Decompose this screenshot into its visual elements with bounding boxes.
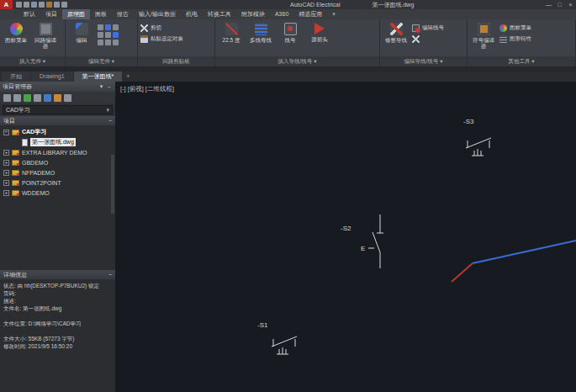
details-section-bar[interactable]: 详细信息 − — [0, 270, 115, 279]
icon-menu-secondary-button[interactable]: 图标菜单 — [499, 23, 531, 34]
circuit-builder-button[interactable]: 回路编译器 — [32, 21, 59, 49]
drawing-properties-button[interactable]: 图形特性 — [499, 34, 531, 45]
tab-default[interactable]: 默认 — [18, 9, 40, 19]
tree-item-gbdemo[interactable]: + GBDEMO — [0, 157, 115, 167]
edit-wire-number-button[interactable]: 编辑线号 — [412, 23, 444, 34]
expander-icon[interactable]: + — [3, 150, 9, 156]
trim-wire-button[interactable]: 修整导线 — [383, 21, 410, 43]
save-icon[interactable] — [31, 2, 37, 8]
project-settings-icon[interactable] — [64, 94, 71, 102]
schematic-symbol-s3[interactable]: -S3 — [463, 118, 491, 156]
tree-item-extra-library-demo[interactable]: + EXTRA LIBRARY DEMO — [0, 147, 115, 157]
wire-edit-extra-button[interactable] — [412, 34, 444, 45]
tab-featured-apps[interactable]: 精选应用 — [293, 9, 327, 19]
projects-section-bar[interactable]: 项目 − — [0, 116, 115, 125]
section-collapse-icon[interactable]: − — [108, 118, 112, 124]
panel-collapse-icon[interactable]: − — [105, 84, 113, 90]
expander-icon[interactable]: + — [3, 160, 9, 166]
new-project-icon[interactable] — [3, 94, 11, 102]
refresh-project-icon[interactable] — [24, 94, 31, 102]
panel-caption-insert-wires[interactable]: 插入导线/线号 ▾ — [215, 56, 379, 66]
tab-current-drawing[interactable]: 第一张图纸* — [74, 72, 123, 82]
tab-schematic[interactable]: 原理图 — [62, 9, 90, 19]
tab-start[interactable]: 开始 — [2, 72, 30, 82]
open-file-icon[interactable] — [24, 2, 29, 8]
tab-a360[interactable]: A360 — [270, 9, 293, 19]
wire-number-button[interactable]: 线号 — [277, 21, 304, 43]
active-project-dropdown[interactable]: CAD学习 ▾ — [3, 105, 113, 114]
cut-button[interactable]: 剪切 — [140, 23, 183, 34]
tree-item-drawing[interactable]: 第一张图纸.dwg — [0, 137, 115, 147]
tab-conversion-tools[interactable]: 转换工具 — [203, 9, 236, 19]
autocad-window: A AutoCAD Electrical 第一张图纸.dwg — □ × 默认 … — [0, 0, 576, 392]
wire-red[interactable] — [452, 263, 473, 282]
save-as-icon[interactable] — [39, 2, 45, 8]
multiple-bus-button[interactable]: 多线母线 — [247, 21, 274, 43]
expander-icon[interactable]: − — [3, 130, 9, 135]
plot-project-icon[interactable] — [54, 94, 61, 102]
publish-icon[interactable] — [44, 94, 51, 102]
edit-tool-icon[interactable] — [113, 32, 119, 38]
ribbon-collapse-icon[interactable]: ▾ — [332, 9, 336, 19]
edit-tool-icon[interactable] — [105, 24, 111, 30]
tab-panel[interactable]: 面板 — [90, 9, 112, 19]
new-file-icon[interactable] — [16, 2, 22, 8]
icon-menu-button[interactable]: 图标菜单 — [3, 21, 29, 43]
tree-item-nfpademo[interactable]: + NFPADEMO — [0, 167, 115, 177]
tab-project[interactable]: 项目 — [40, 9, 62, 19]
undo-icon[interactable] — [54, 2, 60, 8]
symbol-builder-button[interactable]: 符号编译器 — [470, 21, 497, 49]
edit-tool-icon[interactable] — [105, 40, 111, 45]
redo-icon[interactable] — [61, 2, 67, 8]
tree-item-point2point[interactable]: + POINT2POINT — [0, 177, 115, 188]
ribbon-panel-insert-wires: 22.5 度 多线母线 线号 源箭头 插入导线/线号 ▾ — [215, 19, 380, 66]
open-project-icon[interactable] — [13, 94, 21, 102]
visual-style-control[interactable]: [二维线框] — [145, 85, 174, 93]
edit-tool-icon[interactable] — [113, 40, 119, 45]
plot-icon[interactable] — [46, 2, 52, 8]
source-arrow-button[interactable]: 源箭头 — [306, 21, 333, 42]
panel-caption-edit-components[interactable]: 编辑元件 ▾ — [66, 56, 137, 66]
button-label: 编辑线号 — [422, 24, 444, 32]
schematic-symbol-s1[interactable]: -S1 — [257, 321, 297, 354]
panel-caption-insert-components[interactable]: 插入元件 ▾ — [0, 56, 65, 66]
panel-caption-circuit-clipboard[interactable]: 回路剪贴板 — [138, 56, 214, 66]
section-collapse-icon[interactable]: − — [108, 272, 112, 278]
expander-icon[interactable]: + — [3, 190, 9, 196]
new-drawing-tab-button[interactable]: + — [123, 72, 133, 82]
wire-225-button[interactable]: 22.5 度 — [218, 21, 245, 43]
wire-blue[interactable] — [473, 241, 576, 263]
paste-button[interactable]: 粘贴选定对象 — [140, 34, 183, 45]
expander-icon[interactable]: + — [3, 170, 9, 176]
project-update-icon[interactable] — [34, 94, 41, 102]
tab-reports[interactable]: 报告 — [112, 9, 134, 19]
button-label: 图标菜单 — [510, 24, 531, 32]
drawing-canvas[interactable]: [-] [俯视] [二维线框] -S3 -S2 — [115, 82, 576, 392]
tab-add-ins[interactable]: 附加模块 — [236, 9, 270, 19]
trim-wire-icon — [390, 23, 403, 35]
minimize-button[interactable]: — — [543, 0, 554, 9]
panel-title: 项目管理器 — [3, 82, 98, 91]
edit-tool-icon[interactable] — [105, 32, 111, 38]
edit-button[interactable]: 编辑 — [68, 21, 95, 43]
schematic-symbol-s2[interactable]: -S2 E — [341, 215, 383, 268]
edit-tool-icon[interactable] — [98, 24, 103, 30]
panel-caption-edit-wires[interactable]: 编辑导线/线号 ▾ — [380, 56, 467, 66]
edit-tool-icon[interactable] — [98, 32, 103, 38]
close-button[interactable]: × — [565, 0, 576, 9]
tab-import-export[interactable]: 输入/输出数据 — [134, 9, 181, 19]
edit-tool-icon[interactable] — [98, 40, 103, 45]
panel-caption-other-tools[interactable]: 其他工具 ▾ — [468, 56, 575, 66]
view-control[interactable]: [俯视] — [128, 85, 144, 93]
model-space[interactable]: -S3 -S2 E — [115, 82, 576, 392]
tree-item-project-root[interactable]: − CAD学习 — [0, 127, 115, 137]
tree-item-wddemo[interactable]: + WDDEMO — [0, 188, 115, 198]
app-menu-icon[interactable]: A — [0, 0, 13, 9]
viewport-menu-control[interactable]: [-] — [120, 85, 126, 93]
tab-drawing1[interactable]: Drawing1 — [31, 72, 73, 82]
tab-electromechanical[interactable]: 机电 — [181, 9, 203, 19]
panel-menu-icon[interactable]: ▾ — [98, 83, 105, 90]
maximize-button[interactable]: □ — [554, 0, 565, 9]
edit-tool-icon[interactable] — [113, 24, 119, 30]
expander-icon[interactable]: + — [3, 180, 9, 186]
